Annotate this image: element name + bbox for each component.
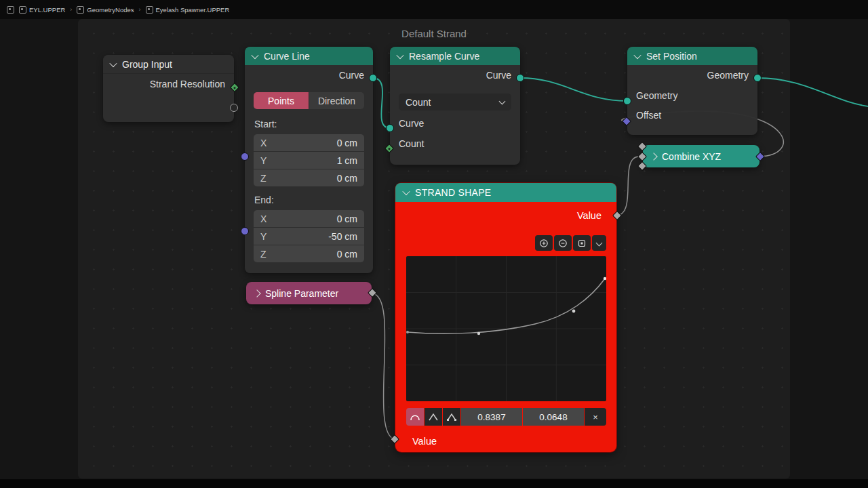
node-title: Resample Curve <box>409 51 479 62</box>
node-set-position[interactable]: Set Position Geometry Geometry Offset <box>627 47 757 135</box>
axis-label: Z <box>260 173 283 184</box>
collapse-chevron-icon[interactable] <box>633 51 641 58</box>
curve-point-selected[interactable] <box>572 310 576 313</box>
node-group-title: Default Strand <box>78 28 790 39</box>
end-x-field[interactable]: X 0 cm <box>254 210 364 227</box>
breadcrumb-label: EYL.UPPER <box>29 6 65 14</box>
node-header[interactable]: Resample Curve <box>390 47 520 65</box>
collapse-chevron-icon[interactable] <box>109 59 117 66</box>
start-y-field[interactable]: Y 1 cm <box>254 152 364 169</box>
node-header[interactable]: Set Position <box>627 47 757 65</box>
chevron-down-icon <box>596 240 603 247</box>
curve-graph-plot <box>406 256 606 401</box>
collapse-chevron-icon[interactable] <box>396 51 403 58</box>
delete-point-button[interactable]: × <box>585 408 606 426</box>
end-z-field[interactable]: Z 0 cm <box>254 245 364 262</box>
curve-graph[interactable] <box>406 256 606 401</box>
input-label: Count <box>399 138 424 149</box>
node-header[interactable]: Curve Line <box>245 47 373 65</box>
node-curve-line[interactable]: Curve Line Curve Points Direction Start:… <box>245 47 373 273</box>
start-z-field[interactable]: Z 0 cm <box>254 169 364 186</box>
zoom-in-button[interactable] <box>535 235 553 251</box>
dropdown-value: Count <box>406 97 431 108</box>
point-y-field[interactable]: 0.0648 <box>523 408 584 426</box>
end-y-field[interactable]: Y -50 cm <box>254 228 364 245</box>
axis-label: Y <box>260 231 283 242</box>
mode-segmented-control: Points Direction <box>254 92 364 109</box>
clipping-options-button[interactable] <box>573 235 591 251</box>
collapse-chevron-icon[interactable] <box>251 51 258 58</box>
axis-label: X <box>260 138 283 148</box>
start-x-field[interactable]: X 0 cm <box>254 134 364 151</box>
expand-chevron-icon[interactable] <box>253 289 260 297</box>
socket-curve-output[interactable] <box>516 74 524 82</box>
breadcrumb-label: Eyelash Spawner.UPPER <box>156 6 230 14</box>
curve-point[interactable] <box>604 277 606 280</box>
breadcrumb-item-object[interactable]: EYL.UPPER <box>19 6 65 14</box>
handle-free-icon <box>446 412 457 422</box>
socket-virtual-output[interactable] <box>230 104 238 112</box>
node-title: Combine XYZ <box>662 151 721 162</box>
resample-mode-dropdown[interactable]: Count <box>399 94 511 110</box>
socket-curve-input[interactable] <box>386 124 394 132</box>
collapse-chevron-icon[interactable] <box>402 188 410 195</box>
curve-point[interactable] <box>477 332 480 335</box>
curve-tools-dropdown[interactable] <box>592 235 606 251</box>
curve-point-controls: 0.8387 0.0648 × <box>406 408 606 426</box>
expand-chevron-icon[interactable] <box>650 152 657 160</box>
node-group-input[interactable]: Group Input Strand Resolution <box>103 55 234 122</box>
handle-auto-button[interactable] <box>406 408 424 426</box>
nodetree-icon <box>77 6 84 14</box>
axis-label: X <box>260 214 283 224</box>
point-x-field[interactable]: 0.8387 <box>461 408 522 426</box>
curve-point[interactable] <box>406 331 409 333</box>
nodegroup-icon <box>146 6 153 14</box>
axis-value: 0 cm <box>337 249 357 260</box>
mode-points-button[interactable]: Points <box>254 92 309 109</box>
input-label: Geometry <box>636 90 677 101</box>
zoom-in-icon <box>539 239 549 248</box>
breadcrumb-item-nodegroup[interactable]: Eyelash Spawner.UPPER <box>146 6 230 14</box>
node-title: STRAND SHAPE <box>415 187 492 198</box>
breadcrumb-separator: › <box>70 6 72 13</box>
handle-vector-icon <box>428 412 439 422</box>
node-resample-curve[interactable]: Resample Curve Curve Count Curve Count <box>390 47 520 165</box>
node-header[interactable]: Group Input <box>103 55 234 74</box>
axis-label: Z <box>260 249 283 260</box>
breadcrumb: EYL.UPPER › GeometryNodes › Eyelash Spaw… <box>0 0 868 19</box>
socket-geometry-input[interactable] <box>623 97 631 105</box>
axis-label: Y <box>260 155 283 166</box>
socket-start-input[interactable] <box>241 152 249 161</box>
object-icon <box>19 6 26 14</box>
zoom-out-button[interactable] <box>554 235 572 251</box>
curve-widget-toolbar <box>535 235 606 251</box>
socket-geometry-output[interactable] <box>753 74 762 82</box>
node-strand-shape[interactable]: STRAND SHAPE Value <box>395 183 616 452</box>
socket-end-input[interactable] <box>241 227 249 235</box>
end-vector-fields: X 0 cm Y -50 cm Z 0 cm <box>254 210 364 262</box>
mode-direction-button[interactable]: Direction <box>309 92 364 109</box>
handle-free-button[interactable] <box>443 408 460 426</box>
node-spline-parameter[interactable]: Spline Parameter <box>246 282 372 304</box>
handle-vector-button[interactable] <box>425 408 442 426</box>
node-combine-xyz[interactable]: Combine XYZ <box>643 145 760 167</box>
chevron-down-icon <box>499 98 506 104</box>
letterbox-bar <box>0 479 868 488</box>
socket-curve-output[interactable] <box>369 74 377 82</box>
node-title: Group Input <box>122 59 172 70</box>
node-title: Set Position <box>646 51 697 62</box>
node-header[interactable]: STRAND SHAPE <box>395 183 616 202</box>
clipping-icon <box>577 239 587 248</box>
output-label: Curve <box>339 70 364 81</box>
input-label: Offset <box>636 110 661 121</box>
node-title: Curve Line <box>264 51 310 62</box>
breadcrumb-label: GeometryNodes <box>87 6 134 14</box>
output-label: Strand Resolution <box>150 79 225 89</box>
editor-type-icon[interactable] <box>7 6 14 14</box>
output-label: Value <box>577 210 601 221</box>
breadcrumb-item-nodetree[interactable]: GeometryNodes <box>77 6 134 14</box>
handle-auto-icon <box>410 412 420 422</box>
input-label: Curve <box>399 118 424 129</box>
start-label: Start: <box>245 113 373 133</box>
input-label: Value <box>412 436 437 447</box>
